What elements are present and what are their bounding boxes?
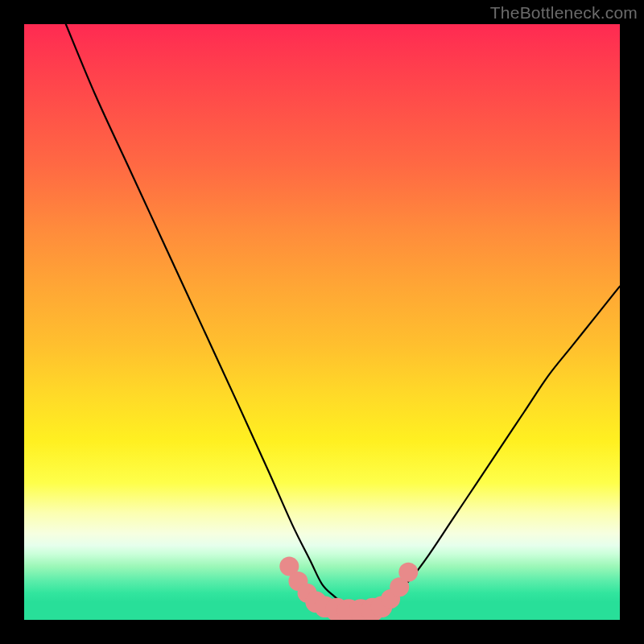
curve-layer xyxy=(24,24,620,620)
right-curve xyxy=(357,287,620,609)
valley-dot xyxy=(398,563,418,582)
chart-stage: TheBottleneck.com xyxy=(0,0,644,644)
valley-dots xyxy=(279,556,418,620)
plot-area xyxy=(24,24,620,620)
watermark-text: TheBottleneck.com xyxy=(490,3,638,23)
left-curve xyxy=(66,24,358,608)
